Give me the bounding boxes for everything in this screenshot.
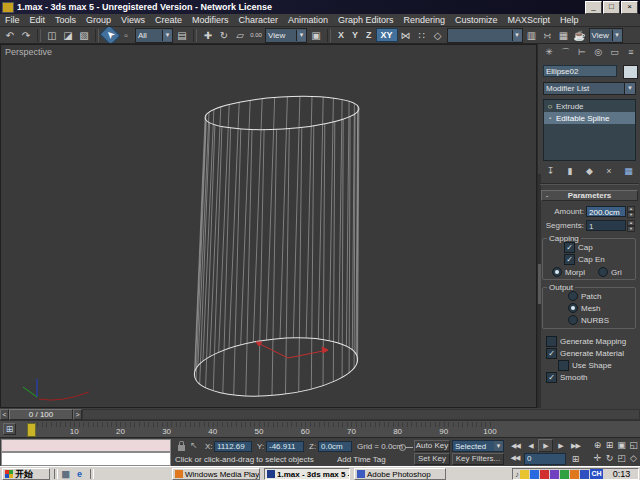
tray-icon[interactable]: [580, 470, 589, 479]
auto-key-button[interactable]: Auto Key: [414, 440, 450, 452]
grid-radio[interactable]: Gri: [598, 267, 622, 277]
redo-icon[interactable]: ↷: [18, 28, 34, 42]
use-shape-checkbox[interactable]: Use Shape: [558, 360, 612, 371]
arc-rotate-icon[interactable]: ↻: [604, 452, 615, 465]
patch-radio[interactable]: Patch: [568, 291, 601, 301]
go-to-start-button[interactable]: ◀◀: [508, 439, 523, 452]
zoom-icon[interactable]: ⊕: [592, 439, 603, 452]
perspective-viewport[interactable]: Perspective: [0, 44, 537, 408]
zoom-extents-all-icon[interactable]: ◱: [628, 439, 639, 452]
menu-rendering[interactable]: Rendering: [399, 15, 451, 25]
axis-y-button[interactable]: Y: [348, 28, 362, 42]
generate-mapping-checkbox[interactable]: Generate Mapping: [546, 336, 626, 347]
tray-icon[interactable]: [540, 470, 549, 479]
segments-field[interactable]: 1: [586, 220, 626, 231]
tray-icon[interactable]: [520, 470, 529, 479]
use-pivot-icon[interactable]: ▣: [308, 28, 324, 42]
morph-radio[interactable]: Morpl: [552, 267, 585, 277]
motion-tab[interactable]: ◎: [591, 46, 605, 59]
utilities-tab[interactable]: ≡: [624, 46, 638, 59]
field-of-view-icon[interactable]: ◇: [628, 452, 639, 465]
mirror-icon[interactable]: ⋈: [398, 28, 414, 42]
add-time-tag[interactable]: Add Time Tag: [337, 455, 386, 464]
undo-icon[interactable]: ↶: [2, 28, 18, 42]
taskbar-task-3dsmax[interactable]: 1.max - 3ds max 5 - Unre...: [264, 468, 350, 480]
bind-spacewarp-icon[interactable]: ▧: [76, 28, 92, 42]
z-coordinate-field[interactable]: 0.0cm: [318, 441, 352, 452]
unlink-icon[interactable]: ◪: [60, 28, 76, 42]
menu-character[interactable]: Character: [233, 15, 283, 25]
show-desktop-icon[interactable]: ▦: [60, 469, 71, 479]
nurbs-radio[interactable]: NURBS: [568, 315, 609, 325]
next-frame-arrow[interactable]: >: [73, 409, 82, 420]
modifier-list-dropdown[interactable]: Modifier List ▼: [543, 82, 636, 95]
render-scene-icon[interactable]: ▥: [524, 28, 540, 42]
play-button[interactable]: ▶: [538, 439, 553, 452]
prev-frame-arrow[interactable]: <: [0, 409, 9, 420]
taskbar-task-photoshop[interactable]: Adobe Photoshop: [354, 468, 446, 480]
tray-icon[interactable]: [560, 470, 569, 479]
cursor-icon[interactable]: ↖: [190, 440, 198, 450]
tray-icon[interactable]: [530, 470, 539, 479]
maxscript-listener-macro[interactable]: [1, 439, 171, 452]
x-coordinate-field[interactable]: 1112.69: [214, 441, 252, 452]
keyboard-shortcut-override-icon[interactable]: [399, 444, 406, 451]
hierarchy-tab[interactable]: ⊢: [575, 46, 589, 59]
menu-graph-editors[interactable]: Graph Editors: [333, 15, 399, 25]
key-filters-button[interactable]: Key Filters...: [452, 453, 504, 465]
selection-lock-icon[interactable]: [178, 445, 185, 451]
prev-key-icon[interactable]: ◀◀: [508, 454, 522, 462]
pin-stack-icon[interactable]: ↧: [543, 165, 558, 178]
show-end-result-icon[interactable]: ▮: [563, 165, 578, 178]
menu-modifiers[interactable]: Modifiers: [187, 15, 234, 25]
object-color-swatch[interactable]: [623, 65, 638, 79]
amount-spinner[interactable]: ▲▼: [627, 206, 635, 217]
make-unique-icon[interactable]: ◆: [582, 165, 597, 178]
configure-modifier-sets-icon[interactable]: ▦: [621, 165, 636, 178]
menu-views[interactable]: Views: [116, 15, 150, 25]
remove-modifier-icon[interactable]: ×: [602, 165, 617, 178]
create-tab[interactable]: ✳: [542, 46, 556, 59]
set-key-selection-dropdown[interactable]: Selected ▼: [452, 440, 504, 452]
render-last-icon[interactable]: ☕: [572, 28, 588, 42]
menu-maxscript[interactable]: MAXScript: [503, 15, 556, 25]
volume-icon[interactable]: ♪: [515, 470, 519, 479]
object-name-field[interactable]: Ellipse02: [543, 65, 617, 77]
pan-icon[interactable]: ✛: [592, 452, 603, 465]
viewport-config-dropdown[interactable]: View▼: [589, 28, 623, 43]
maxscript-listener-input[interactable]: [1, 452, 171, 466]
cap-checkbox[interactable]: ✓ Cap: [564, 242, 593, 253]
prev-frame-button[interactable]: ◀: [523, 439, 538, 452]
menu-edit[interactable]: Edit: [25, 15, 51, 25]
menu-file[interactable]: File: [0, 15, 25, 25]
next-frame-button[interactable]: ▶: [553, 439, 568, 452]
menu-group[interactable]: Group: [81, 15, 116, 25]
select-link-icon[interactable]: ◫: [44, 28, 60, 42]
y-coordinate-field[interactable]: -46.911: [266, 441, 304, 452]
go-to-end-button[interactable]: ▶▶: [568, 439, 583, 452]
internet-explorer-icon[interactable]: e: [74, 469, 85, 479]
taskbar-task-wmp[interactable]: Windows Media Player: [172, 468, 260, 480]
min-max-toggle-icon[interactable]: ◰: [616, 452, 627, 465]
parameters-rollout-header[interactable]: - Parameters: [541, 190, 638, 201]
quick-render-icon[interactable]: ▦: [556, 28, 572, 42]
tray-icon[interactable]: [570, 470, 579, 479]
zoom-all-icon[interactable]: ⊞: [604, 439, 615, 452]
generate-material-checkbox[interactable]: ✓ Generate Material: [546, 348, 624, 359]
named-selection-dropdown[interactable]: ▼: [447, 28, 523, 43]
set-key-button[interactable]: Set Key: [414, 453, 450, 465]
display-tab[interactable]: ▭: [608, 46, 622, 59]
move-icon[interactable]: ✚: [200, 28, 216, 42]
viewport-label[interactable]: Perspective: [5, 47, 52, 57]
start-button[interactable]: 开始: [2, 468, 50, 480]
track-bar[interactable]: ⊞ 102030405060708090100: [0, 420, 640, 437]
time-slider-handle[interactable]: 0 / 100: [9, 409, 73, 420]
menu-create[interactable]: Create: [150, 15, 187, 25]
percent-snap-icon[interactable]: 0.00: [248, 28, 264, 42]
axis-xy-button[interactable]: XY: [376, 28, 398, 42]
language-indicator[interactable]: CH: [590, 469, 603, 479]
maximize-button[interactable]: □: [603, 1, 620, 14]
time-slider-track[interactable]: [82, 409, 640, 420]
stack-item-extrude[interactable]: ○ Extrude: [544, 100, 635, 112]
array-icon[interactable]: ∷: [414, 28, 430, 42]
